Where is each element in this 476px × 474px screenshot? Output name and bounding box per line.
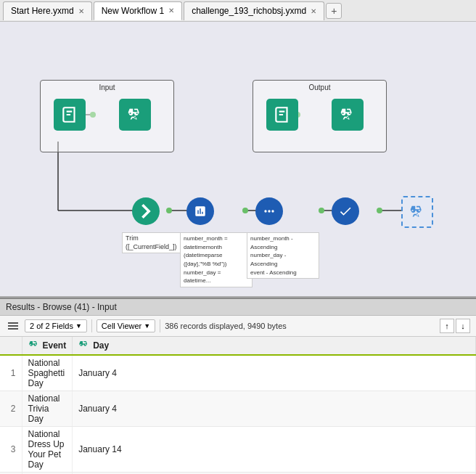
browse-dashed-node[interactable]: [401, 196, 433, 228]
workflow-canvas: Input Output Trim ([_CurrentField_]) num…: [0, 22, 476, 298]
toolbar-separator1: [91, 319, 92, 332]
col-label-day: Day: [93, 340, 109, 351]
check-node[interactable]: [332, 197, 359, 225]
svg-point-13: [242, 208, 248, 213]
nav-arrows: ↑ ↓: [440, 319, 470, 333]
fields-dropdown[interactable]: 2 of 2 Fields ▼: [25, 319, 87, 332]
svg-point-22: [271, 210, 274, 212]
input-browse-node[interactable]: [119, 99, 151, 131]
table-row: 1 National Spaghetti Day January 4: [0, 355, 476, 391]
tab-label: Start Here.yxmd: [11, 6, 74, 16]
input-group-box: Input: [40, 80, 174, 152]
results-header: Results - Browse (41) - Input: [0, 299, 476, 316]
output-book-node[interactable]: [266, 99, 298, 131]
table-row: 3 National Dress Up Your Pet Day January…: [0, 427, 476, 473]
tab-bar: Start Here.yxmd ✕ New Workflow 1 ✕ chall…: [0, 0, 476, 22]
sort-node[interactable]: [255, 197, 283, 225]
day-col-icon: [78, 340, 90, 351]
viewer-label: Cell Viewer: [102, 322, 141, 330]
cell-viewer-dropdown[interactable]: Cell Viewer ▼: [97, 319, 155, 332]
input-group-label: Input: [99, 83, 115, 91]
svg-point-19: [377, 208, 382, 213]
toolbar-separator2: [160, 319, 160, 332]
svg-point-16: [319, 208, 324, 213]
tab-start-here[interactable]: Start Here.yxmd ✕: [3, 1, 92, 20]
trim-label: Trim ([_CurrentField_]): [122, 232, 187, 253]
event-col-icon: [28, 340, 40, 351]
cell-event: National Spaghetti Day: [22, 355, 73, 391]
output-group-box: Output: [253, 80, 387, 152]
tab-new-workflow[interactable]: New Workflow 1 ✕: [94, 1, 182, 20]
cell-record: 1: [0, 355, 22, 391]
cell-event: National Trivia Day: [22, 391, 73, 427]
table-header: Event Day: [0, 337, 476, 355]
fields-label: 2 of 2 Fields: [30, 322, 73, 330]
tab-close-icon[interactable]: ✕: [78, 7, 84, 15]
scroll-down-button[interactable]: ↓: [456, 319, 470, 333]
col-header-day: Day: [73, 337, 476, 355]
tab-close-icon[interactable]: ✕: [311, 7, 316, 15]
col-label-event: Event: [43, 340, 67, 351]
cell-day: January 4: [73, 391, 476, 427]
svg-point-20: [264, 210, 266, 212]
results-toolbar: 2 of 2 Fields ▼ Cell Viewer ▼ 386 record…: [0, 316, 476, 337]
sort-label: number_month - Ascending number_day - As…: [247, 232, 319, 279]
chevron-down-icon: ▼: [75, 322, 82, 330]
add-tab-button[interactable]: +: [326, 3, 342, 19]
tab-close-icon[interactable]: ✕: [168, 7, 174, 15]
table-body: 1 National Spaghetti Day January 4 2 Nat…: [0, 355, 476, 474]
tab-label: New Workflow 1: [102, 6, 164, 16]
data-table[interactable]: Event Day 1 National Spaghetti Day Janua…: [0, 337, 476, 474]
output-browse-node[interactable]: [332, 99, 364, 131]
results-panel: Results - Browse (41) - Input 2 of 2 Fie…: [0, 298, 476, 474]
cell-day: January 14: [73, 427, 476, 473]
records-info: 386 records displayed, 9490 bytes: [165, 322, 287, 330]
results-header-text: Results - Browse (41) - Input: [6, 302, 117, 312]
tab-challenge[interactable]: challenge_193_richobsj.yxmd ✕: [184, 1, 324, 20]
svg-point-21: [268, 210, 270, 212]
input-book-node[interactable]: [54, 99, 86, 131]
svg-point-10: [166, 208, 172, 213]
formula-label: number_month = datetimemonth (datetimepa…: [180, 232, 253, 287]
output-group-label: Output: [308, 83, 330, 91]
col-header-record: [0, 337, 22, 355]
table-row: 2 National Trivia Day January 4: [0, 391, 476, 427]
cell-day: January 4: [73, 355, 476, 391]
col-header-event: Event: [22, 337, 73, 355]
browse-icon: [404, 199, 430, 225]
trim-node[interactable]: [132, 197, 160, 225]
cell-event: National Dress Up Your Pet Day: [22, 427, 73, 473]
chevron-down-icon2: ▼: [144, 322, 150, 330]
cell-record: 3: [0, 427, 22, 473]
cell-record: 2: [0, 391, 22, 427]
scroll-up-button[interactable]: ↑: [440, 319, 454, 333]
formula-node[interactable]: [186, 197, 214, 225]
config-icon[interactable]: [6, 320, 20, 332]
tab-label: challenge_193_richobsj.yxmd: [192, 6, 306, 16]
